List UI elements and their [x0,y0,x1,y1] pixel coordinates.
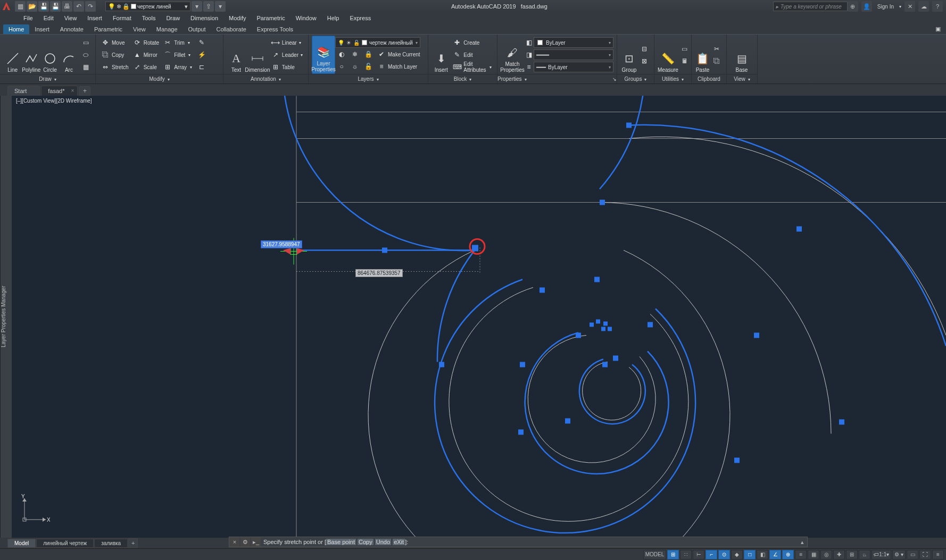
status-transparency-icon[interactable]: ▦ [808,550,819,559]
status-lwt-icon[interactable]: ≡ [795,550,807,559]
menu-insert[interactable]: Insert [82,14,107,22]
select-icon[interactable]: ▭ [678,43,691,55]
copy-button[interactable]: ⿻Copy [99,49,131,61]
tab-output[interactable]: Output [183,24,211,34]
menu-file[interactable]: File [18,14,38,22]
status-3dosnap-icon[interactable]: ◧ [757,550,768,559]
tab-expresstools[interactable]: Express Tools [252,24,298,34]
menu-modify[interactable]: Modify [223,14,251,22]
cmd-history-icon[interactable]: ▴ [798,539,807,546]
cmd-close-icon[interactable]: × [230,537,239,547]
dynamic-input-field[interactable]: 31627.9588947 [261,240,302,248]
infocenter-icon[interactable]: ⊕ [848,1,858,12]
linetype-combo[interactable]: ━━━ByLayer▾ [534,62,613,72]
status-units-icon[interactable]: ⏢ [859,550,870,559]
lineweight-combo[interactable]: ━━━━▾ [534,49,613,60]
layout-model[interactable]: Model [7,539,36,548]
hatch-icon[interactable]: ▦ [79,61,92,73]
close-icon[interactable]: × [71,88,74,94]
layout-new[interactable]: + [128,538,138,548]
text-button[interactable]: AText [227,36,246,74]
status-workspace-icon[interactable]: ⚙ ▾ [892,550,906,559]
status-ortho-icon[interactable]: ⌐ [706,550,717,559]
signin-dropdown[interactable]: ▾ [899,4,901,9]
stretch-button[interactable]: ⇔Stretch [99,61,131,73]
mirror-button[interactable]: ▲Mirror [131,49,161,61]
insert-button[interactable]: ⬇Insert [431,36,451,74]
menu-edit[interactable]: Edit [38,14,59,22]
layer-combo[interactable]: 💡☀🔓 чертеж линейный▾ [335,37,420,48]
share-icon[interactable]: ⇪ [203,1,214,12]
status-hardware-icon[interactable]: ▭ [907,550,918,559]
status-polar-icon[interactable]: ⊙ [718,550,730,559]
erase-icon[interactable]: ✎ [195,37,208,48]
tab-home[interactable]: Home [3,24,29,34]
blockedit-button[interactable]: ✎Edit [451,49,494,61]
redo-icon[interactable]: ↷ [85,1,96,12]
polyline-button[interactable]: Polyline [22,36,40,74]
rectangle-icon[interactable]: ▭ [79,37,92,48]
menu-draw[interactable]: Draw [161,14,185,22]
copyclip-icon[interactable]: ⿻ [710,55,723,67]
exchange-icon[interactable]: ✕ [904,1,915,12]
status-cleanscreen-icon[interactable]: ⛶ [919,550,931,559]
ellipse-icon[interactable]: ⬭ [79,49,92,61]
prop-1-icon[interactable]: ◧ [524,37,534,48]
plot-icon[interactable]: 🖶 [62,1,72,12]
arc-button[interactable]: Arc [60,36,78,74]
prop-2-icon[interactable]: ◨ [524,49,534,61]
array-button[interactable]: ⊞Array▾ [161,61,194,73]
layer-off-icon[interactable]: ○ [335,61,348,72]
ribbon-search-icon[interactable]: ▣ [930,24,946,34]
help-icon[interactable]: ? [932,1,943,12]
menu-help[interactable]: Help [322,14,345,22]
table-button[interactable]: ⊞Table [269,61,305,73]
filetab-start[interactable]: Start [7,86,40,96]
menu-window[interactable]: Window [291,14,322,22]
rotate-button[interactable]: ⟳Rotate [131,37,161,48]
matchlayer-button[interactable]: ≡Match Layer [375,61,419,72]
circle-button[interactable]: Circle [41,36,60,74]
layer-iso-icon[interactable]: ◐ [335,48,348,60]
status-grid-icon[interactable]: ⊞ [667,550,679,559]
filetab-current[interactable]: fasad*× [41,86,78,96]
create-button[interactable]: ✚Create [451,37,494,48]
offset-icon[interactable]: ⊏ [195,61,208,73]
measure-button[interactable]: 📏Measure [658,36,678,74]
tab-collaborate[interactable]: Collaborate [211,24,252,34]
tab-annotate[interactable]: Annotate [55,24,89,34]
tab-manage[interactable]: Manage [151,24,183,34]
saveas-icon[interactable]: 💾 [50,1,61,12]
tab-parametric[interactable]: Parametric [89,24,128,34]
tab-view[interactable]: View [128,24,151,34]
menu-parametric[interactable]: Parametric [251,14,290,22]
status-iso-icon[interactable]: ◆ [731,550,743,559]
menu-dimension[interactable]: Dimension [185,14,223,22]
status-annomonitor-icon[interactable]: ✚ [833,550,845,559]
layer-lock-icon[interactable]: 🔒 [362,48,375,60]
new-icon[interactable]: ▦ [15,1,26,12]
layout-tab-1[interactable]: линейный чертеж [36,539,94,548]
status-qprops-icon[interactable]: ⊞ [846,550,858,559]
dimension-button[interactable]: Dimension [246,36,269,74]
status-model[interactable]: MODEL [643,550,667,559]
status-snap-icon[interactable]: ∷ [680,550,692,559]
group-button[interactable]: ⊡Group [620,36,638,74]
layer-unlock-icon[interactable]: 🔓 [362,61,375,72]
status-cycle-icon[interactable]: ◎ [820,550,832,559]
status-annoscale[interactable]: 🏷 1:1 ▾ [872,550,891,559]
command-line[interactable]: × ⚙ ▸_ Specify stretch point or [Base po… [229,537,808,547]
ungroup-icon[interactable]: ⊟ [638,43,651,55]
groupedit-icon[interactable]: ⊠ [638,55,651,67]
paste-button[interactable]: 📋Paste [695,36,710,74]
layout-tab-2[interactable]: заливка [94,539,128,548]
status-otrack-icon[interactable]: ∠ [769,550,781,559]
makecurrent-button[interactable]: ✔Make Current [375,48,422,60]
leader-button[interactable]: ↗Leader▾ [269,49,305,61]
layer-freeze-icon[interactable]: ❄ [348,48,361,60]
linear-button[interactable]: ⟷Linear▾ [269,37,305,48]
status-osnap-icon[interactable]: □ [744,550,756,559]
editattr-button[interactable]: ⌨Edit Attributes▾ [451,61,494,73]
fillet-button[interactable]: ⌒Fillet▾ [161,49,194,61]
cut-icon[interactable]: ✂ [710,43,723,55]
